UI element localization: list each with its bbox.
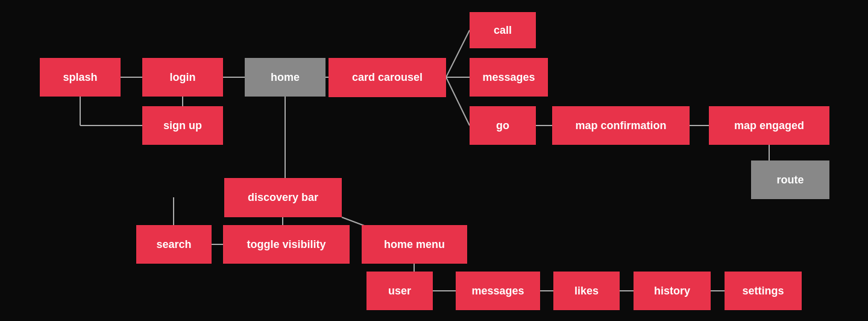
svg-line-7	[446, 30, 470, 77]
node-login: login	[142, 58, 223, 97]
node-toggle_vis: toggle visibility	[223, 225, 350, 264]
node-home_menu: home menu	[362, 225, 467, 264]
node-call: call	[470, 12, 536, 48]
node-go: go	[470, 106, 536, 145]
node-settings: settings	[725, 272, 802, 310]
node-home: home	[245, 58, 326, 97]
node-history: history	[634, 272, 711, 310]
svg-line-9	[446, 77, 470, 126]
node-likes: likes	[553, 272, 620, 310]
node-discovery_bar: discovery bar	[224, 178, 342, 217]
node-card_carousel: card carousel	[329, 58, 446, 97]
node-search: search	[136, 225, 212, 264]
node-signup: sign up	[142, 106, 223, 145]
node-route: route	[751, 160, 829, 199]
node-splash: splash	[40, 58, 121, 97]
node-map_engaged: map engaged	[709, 106, 829, 145]
node-messages_top: messages	[470, 58, 548, 97]
node-messages_bot: messages	[456, 272, 540, 310]
node-map_confirmation: map confirmation	[552, 106, 690, 145]
node-user: user	[366, 272, 433, 310]
